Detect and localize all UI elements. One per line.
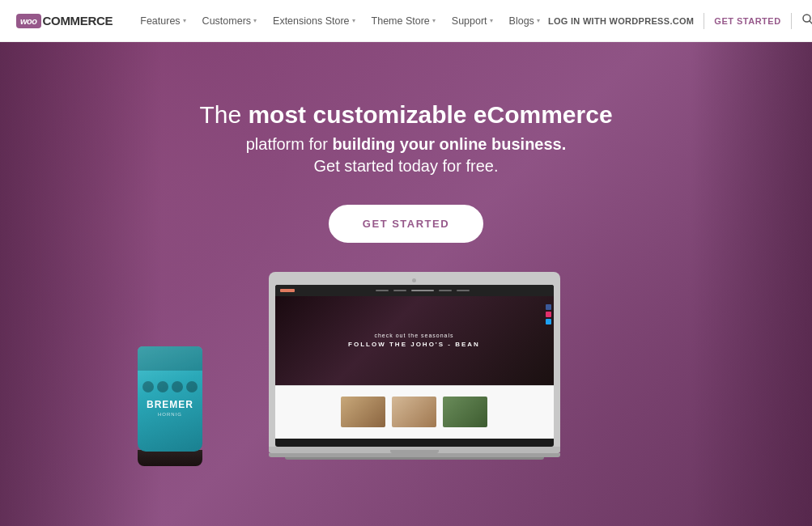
bag-body: BREMER HORNIG [138, 346, 202, 452]
bag-brand-text: BREMER [147, 399, 193, 410]
laptop-nav-item [411, 290, 434, 291]
hero-cta-button[interactable]: GET STARTED [329, 205, 483, 243]
laptop-site-hero-text: check out the seasonals FOLLOW THE JOHO'… [348, 333, 480, 348]
laptop-base [269, 447, 560, 453]
twitter-icon [546, 319, 551, 325]
nav-divider-2 [791, 13, 792, 29]
bag-sub-brand-text: HORNIG [158, 412, 182, 417]
woo-logo-box: woo [16, 14, 41, 28]
laptop-social-icons [546, 304, 551, 325]
laptop-nav-item [439, 290, 452, 291]
search-icon[interactable] [801, 13, 812, 29]
nav-menu: Features ▾ Customers ▾ Extensions Store … [132, 0, 548, 42]
hero-tagline-line3: Get started today for free. [199, 157, 612, 176]
laptop-camera [412, 278, 416, 282]
laptop-nav-item [376, 290, 389, 291]
nav-item-extensions-store[interactable]: Extensions Store ▾ [265, 0, 363, 42]
logo[interactable]: woo COMMERCE [16, 14, 113, 28]
chevron-down-icon: ▾ [352, 17, 355, 24]
bag-circles [142, 381, 198, 392]
navbar-right: LOG IN WITH WORDPRESS.COM GET STARTED [548, 13, 812, 29]
nav-divider [704, 13, 704, 29]
commerce-logo-text: COMMERCE [43, 14, 113, 28]
nav-item-customers[interactable]: Customers ▾ [194, 0, 265, 42]
bag-circle [172, 381, 183, 392]
instagram-icon [546, 312, 551, 317]
woo-logo-text: woo [20, 16, 37, 26]
navbar: woo COMMERCE Features ▾ Customers ▾ Exte… [0, 0, 812, 42]
bag-bottom [138, 450, 202, 466]
laptop-site-nav [297, 290, 549, 291]
nav-item-features[interactable]: Features ▾ [132, 0, 193, 42]
hero-tagline-line2: platform for building your online busine… [199, 135, 612, 154]
laptop-nav-item [393, 290, 406, 291]
laptop-thumb-2 [392, 397, 436, 427]
laptop-site-logo [280, 289, 295, 292]
chevron-down-icon: ▾ [183, 17, 186, 24]
laptop-stand [269, 453, 560, 457]
laptop-screen: check out the seasonals FOLLOW THE JOHO'… [275, 285, 554, 447]
bremer-bag-decoration: BREMER HORNIG [138, 346, 202, 460]
hero-laptop-area: BREMER HORNIG [0, 272, 812, 460]
chevron-down-icon: ▾ [537, 17, 540, 24]
laptop-screen-shell: check out the seasonals FOLLOW THE JOHO'… [269, 272, 560, 447]
svg-line-1 [810, 21, 812, 24]
facebook-icon [546, 304, 551, 310]
laptop-thumb-1 [341, 397, 385, 427]
hero-tagline-line1: The most customizable eCommerce [199, 99, 612, 132]
nav-item-blogs[interactable]: Blogs ▾ [501, 0, 548, 42]
laptop-mockup: check out the seasonals FOLLOW THE JOHO'… [269, 272, 560, 460]
laptop-thumb-3 [443, 397, 487, 427]
chevron-down-icon: ▾ [432, 17, 436, 24]
bag-circle [157, 381, 168, 392]
chevron-down-icon: ▾ [253, 17, 257, 24]
get-started-nav-button[interactable]: GET STARTED [714, 16, 780, 26]
laptop-site-header [275, 285, 554, 296]
login-button[interactable]: LOG IN WITH WORDPRESS.COM [548, 16, 694, 26]
laptop-site-footer [275, 385, 554, 439]
nav-item-support[interactable]: Support ▾ [444, 0, 501, 42]
laptop-nav-item [457, 290, 470, 291]
bag-circle [142, 381, 154, 392]
laptop-site-hero: check out the seasonals FOLLOW THE JOHO'… [275, 296, 554, 385]
hero-section: The most customizable eCommerce platform… [0, 42, 812, 526]
nav-item-theme-store[interactable]: Theme Store ▾ [363, 0, 444, 42]
hero-content: The most customizable eCommerce platform… [199, 42, 612, 243]
laptop-foot [285, 457, 544, 460]
chevron-down-icon: ▾ [490, 17, 493, 24]
bag-circle [186, 381, 198, 392]
